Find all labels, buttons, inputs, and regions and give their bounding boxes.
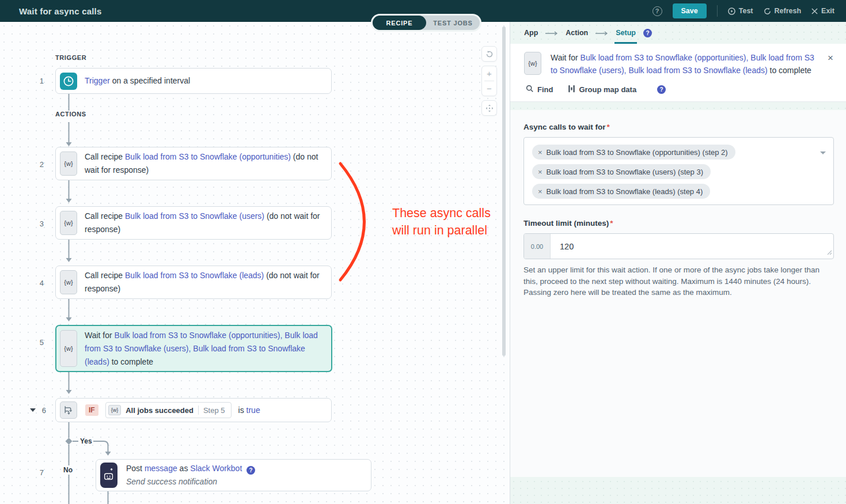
step-number-3: 3 bbox=[35, 219, 44, 228]
slack-workbot-icon bbox=[100, 463, 117, 488]
config-breadcrumb: App Action Setup ? bbox=[510, 22, 846, 44]
step-number-7: 7 bbox=[35, 468, 44, 477]
panel-step-title: Wait for Bulk load from S3 to Snowflake … bbox=[551, 52, 816, 77]
recipe-canvas: TRIGGER 1 Trigger on a specified interva… bbox=[0, 22, 510, 504]
remove-tag-icon[interactable]: × bbox=[538, 168, 542, 176]
step-text: Call recipe Bulk load from S3 to Snowfla… bbox=[85, 150, 331, 177]
help-icon[interactable]: ? bbox=[652, 6, 662, 16]
navbar-actions: ? Save Test Refresh Exit bbox=[652, 3, 834, 18]
timeout-input-row: 0.00 bbox=[523, 233, 834, 259]
help-icon[interactable]: ? bbox=[246, 466, 255, 475]
canvas-scrollbar[interactable] bbox=[502, 26, 506, 356]
breadcrumb-setup[interactable]: Setup bbox=[616, 22, 636, 44]
branch-yes-label: Yes bbox=[80, 437, 92, 445]
workato-datapill-icon: {w} bbox=[108, 405, 122, 415]
resize-grip-icon[interactable] bbox=[827, 247, 832, 257]
navbar-divider bbox=[717, 5, 718, 17]
step-card-trigger[interactable]: Trigger on a specified interval bbox=[55, 68, 332, 94]
annotation-arc bbox=[340, 164, 365, 280]
step-number-4: 4 bbox=[35, 279, 44, 287]
step-comment: Send success notification bbox=[126, 475, 255, 488]
help-icon[interactable]: ? bbox=[643, 29, 652, 37]
remove-tag-icon[interactable]: × bbox=[538, 148, 542, 157]
pill-divider bbox=[198, 406, 199, 415]
workato-recipe-icon: {w} bbox=[60, 151, 77, 176]
recipe-editor: Wait for async calls ? Save Test Refresh… bbox=[0, 0, 846, 504]
zoom-out-button[interactable]: − bbox=[482, 81, 496, 96]
breadcrumb-app[interactable]: App bbox=[524, 29, 538, 37]
arrow-right-icon bbox=[595, 28, 608, 38]
play-circle-icon bbox=[728, 7, 735, 15]
annotation-text: These async calls will run in parallel bbox=[392, 205, 491, 239]
step-number-5: 5 bbox=[35, 338, 44, 347]
actions-section-label: ACTIONS bbox=[55, 111, 86, 118]
step-config-panel: App Action Setup ? {w} Wait for Bulk loa… bbox=[510, 22, 846, 504]
panel-toolbar: Find Group map data ? bbox=[510, 81, 846, 101]
refresh-icon bbox=[764, 7, 771, 15]
condition-predicate: is true bbox=[238, 406, 260, 415]
test-button[interactable]: Test bbox=[728, 7, 753, 15]
arrow-right-icon bbox=[545, 28, 558, 38]
step-text: Wait for Bulk load from S3 to Snowflake … bbox=[85, 329, 331, 369]
save-button[interactable]: Save bbox=[673, 3, 707, 18]
reset-view-button[interactable] bbox=[481, 46, 497, 62]
chevron-down-icon[interactable] bbox=[820, 151, 826, 154]
step-number-1: 1 bbox=[35, 77, 44, 85]
selected-recipe-tag[interactable]: ×Bulk load from S3 to Snowflake (leads) … bbox=[532, 184, 710, 199]
step-card-call-leads[interactable]: {w} Call recipe Bulk load from S3 to Sno… bbox=[55, 266, 332, 299]
exit-button[interactable]: Exit bbox=[811, 7, 834, 15]
branch-no-label: No bbox=[62, 465, 74, 475]
recipe-title: Wait for async calls bbox=[19, 6, 102, 16]
group-bars-icon bbox=[568, 85, 575, 94]
selected-recipe-tag[interactable]: ×Bulk load from S3 to Snowflake (opportu… bbox=[532, 145, 735, 160]
refresh-button[interactable]: Refresh bbox=[764, 7, 802, 15]
tab-test-jobs[interactable]: TEST JOBS bbox=[426, 16, 480, 30]
step-text: Post message as Slack Workbot ? Send suc… bbox=[126, 462, 263, 488]
flow-connectors bbox=[0, 22, 510, 504]
close-panel-icon[interactable]: × bbox=[825, 52, 836, 77]
breadcrumb-action[interactable]: Action bbox=[566, 29, 588, 37]
close-icon bbox=[811, 8, 818, 14]
workato-recipe-icon: {w} bbox=[60, 211, 77, 235]
workato-recipe-icon: {w} bbox=[60, 330, 77, 367]
required-asterisk: * bbox=[607, 123, 610, 131]
collapse-caret-icon[interactable] bbox=[30, 408, 36, 412]
workato-recipe-icon: {w} bbox=[60, 270, 77, 294]
step-card-wait-selected[interactable]: {w} Wait for Bulk load from S3 to Snowfl… bbox=[55, 325, 332, 372]
timeout-label: Timeout limit (minutes)* bbox=[523, 219, 833, 228]
panel-header: {w} Wait for Bulk load from S3 to Snowfl… bbox=[510, 44, 846, 102]
async-calls-multiselect[interactable]: ×Bulk load from S3 to Snowflake (opportu… bbox=[523, 137, 834, 205]
step-card-if-condition[interactable]: IF {w} All jobs succeeded Step 5 is true bbox=[55, 398, 332, 422]
search-icon bbox=[526, 85, 534, 94]
group-map-data-button[interactable]: Group map data bbox=[568, 85, 636, 94]
step-text: Trigger on a specified interval bbox=[85, 74, 198, 88]
step-card-post-message[interactable]: Post message as Slack Workbot ? Send suc… bbox=[96, 459, 371, 491]
fit-view-button[interactable] bbox=[481, 100, 497, 116]
help-icon[interactable]: ? bbox=[657, 85, 666, 94]
step-text: Call recipe Bulk load from S3 to Snowfla… bbox=[85, 269, 331, 295]
tab-recipe[interactable]: RECIPE bbox=[373, 16, 426, 30]
step-card-call-users[interactable]: {w} Call recipe Bulk load from S3 to Sno… bbox=[55, 206, 332, 240]
remove-tag-icon[interactable]: × bbox=[538, 187, 542, 196]
timeout-input[interactable] bbox=[551, 234, 833, 259]
find-button[interactable]: Find bbox=[526, 85, 553, 94]
step-text: Call recipe Bulk load from S3 to Snowfla… bbox=[85, 210, 331, 236]
branch-icon bbox=[60, 401, 77, 419]
condition-pill[interactable]: {w} All jobs succeeded Step 5 bbox=[105, 402, 232, 418]
required-asterisk: * bbox=[610, 219, 613, 228]
selected-recipe-tag[interactable]: ×Bulk load from S3 to Snowflake (users) … bbox=[532, 164, 711, 179]
step-title-line: Post message as Slack Workbot ? bbox=[126, 462, 255, 475]
timeout-field: Timeout limit (minutes)* 0.00 Set an upp… bbox=[523, 219, 833, 298]
zoom-in-button[interactable]: + bbox=[482, 66, 496, 81]
step-number-6: 6 bbox=[37, 406, 46, 415]
if-badge: IF bbox=[85, 404, 98, 416]
view-switcher: RECIPE TEST JOBS bbox=[373, 16, 480, 30]
timeout-help-text: Set an upper limit for this wait action.… bbox=[523, 264, 833, 298]
zoom-controls: + − bbox=[481, 66, 497, 96]
clock-icon bbox=[60, 73, 77, 90]
number-type-badge: 0.00 bbox=[524, 234, 551, 259]
step-card-call-opportunities[interactable]: {w} Call recipe Bulk load from S3 to Sno… bbox=[55, 147, 332, 180]
setup-form: Async calls to wait for* ×Bulk load from… bbox=[510, 110, 846, 477]
trigger-section-label: TRIGGER bbox=[55, 54, 86, 61]
step-number-2: 2 bbox=[35, 160, 44, 169]
